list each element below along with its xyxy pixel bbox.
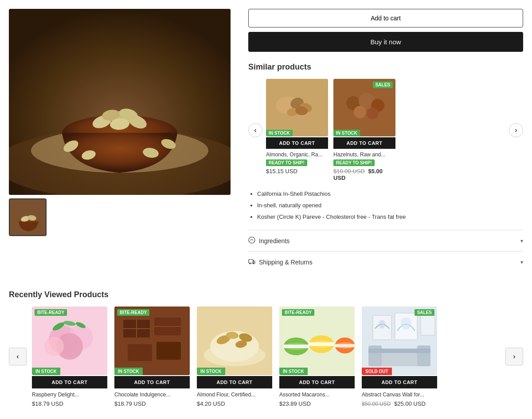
svg-rect-60 [284,345,309,348]
rv-item-2-name: Almond Flour, Certified... [197,391,272,399]
rv-item-0: BITE-READY IN STOCK ADD TO CART Raspberr… [32,306,107,407]
thumbnail-image-1[interactable] [9,198,47,236]
rv-item-3-add-cart-button[interactable]: ADD TO CART [279,376,355,388]
similar-item-0-stock-badge: IN STOCK [266,130,293,136]
rv-item-2-price: $4.20 USD [197,400,272,407]
svg-rect-74 [421,315,435,335]
ingredients-icon [248,237,255,245]
similar-item-0-image: IN STOCK [266,79,328,136]
rv-prev-button[interactable]: ‹ [9,348,27,365]
svg-point-38 [44,337,64,356]
svg-point-29 [367,108,378,119]
similar-products-carousel: ‹ [248,79,523,181]
bullet-0: California In-Shell Pistachios [257,188,523,200]
thumbnail-strip [9,198,231,236]
rv-item-3-bite-badge: BITE-READY [282,309,314,316]
bullet-2: Kosher (Circle K) Pareve - Cholesterol f… [257,211,523,223]
buy-it-now-button[interactable]: Buy it now [248,32,523,52]
product-section: Add to cart Buy it now Similar products … [9,9,523,272]
rv-item-3-stock-badge: IN STOCK [279,368,308,375]
chevron-right-icon: › [515,126,517,134]
svg-rect-71 [368,349,430,353]
canvas-image [362,306,437,375]
rv-next-button[interactable]: › [505,348,523,365]
svg-rect-45 [128,344,152,361]
rv-item-0-add-cart-button[interactable]: ADD TO CART [32,376,107,388]
ingredients-accordion-header[interactable]: Ingredients ▾ [248,230,523,251]
rv-item-4-price: $50.00 USD $25.00 USD [362,400,437,407]
ingredients-accordion-left: Ingredients [248,237,289,245]
similar-item-1-price: $10.00 USD $5.00 USD [333,168,395,181]
shipping-chevron-icon: ▾ [520,259,523,265]
rv-item-4-price-sale: $25.00 USD [394,400,426,407]
shipping-accordion: Shipping & Returns ▾ [248,251,523,272]
ingredients-accordion: Ingredients ▾ [248,230,523,251]
svg-rect-42 [114,306,190,375]
svg-point-30 [249,237,255,243]
similar-item-1-price-original: $10.00 USD [333,168,365,175]
rv-item-1-add-cart-button[interactable]: ADD TO CART [114,376,190,388]
rv-item-4: SALES SOLD OUT ADD TO CART Abstract Canv… [362,306,437,407]
pistachio-image-placeholder [9,9,231,195]
svg-point-33 [253,263,254,264]
shipping-icon [248,258,255,266]
ingredients-label: Ingredients [259,237,289,244]
product-right-panel: Add to cart Buy it now Similar products … [248,9,523,272]
rv-item-0-image: BITE-READY IN STOCK [32,306,107,375]
rv-item-3-price: $23.89 USD [279,400,355,407]
rv-item-3: BITE-READY IN STOCK ADD TO CART Assorted… [279,306,355,407]
svg-rect-66 [335,344,355,347]
rv-item-4-add-cart-button[interactable]: ADD TO CART [362,376,437,388]
almond-flour-image [197,306,272,375]
similar-items-list: IN STOCK ADD TO CART Almonds, Organic, R… [262,79,509,181]
recently-viewed-carousel: ‹ [9,306,523,407]
bullet-1: In-shell, naturally opened [257,200,523,211]
rv-item-0-bite-badge: BITE-READY [35,309,67,316]
similar-next-button[interactable]: › [509,123,523,137]
shipping-accordion-header[interactable]: Shipping & Returns ▾ [248,252,523,272]
svg-point-75 [379,320,386,329]
recently-viewed-title: Recently Viewed Products [9,290,523,299]
svg-point-32 [250,263,251,264]
similar-products-title: Similar products [248,62,523,72]
main-product-image [9,9,231,195]
similar-item-0-name: Almonds, Organic, Ra... [266,151,328,158]
svg-point-76 [401,317,411,330]
chevron-left-icon: ‹ [254,126,256,134]
rv-item-2: IN STOCK ADD TO CART Almond Flour, Certi… [197,306,272,407]
similar-products-section: Similar products ‹ [248,62,523,181]
rv-item-1-price: $18.79 USD [114,400,190,407]
raspberry-image [32,306,107,375]
rv-item-2-stock-badge: IN STOCK [197,368,225,375]
rv-item-1-image: BITE-READY IN STOCK [114,306,190,375]
similar-prev-button[interactable]: ‹ [248,123,262,137]
rv-chevron-left-icon: ‹ [16,353,19,361]
similar-item-1: IN STOCK SALES ADD TO CART Hazelnuts, Ra… [333,79,395,181]
svg-point-28 [354,106,366,118]
similar-item-1-add-cart-button[interactable]: ADD TO CART [333,137,395,149]
rv-item-2-add-cart-button[interactable]: ADD TO CART [197,376,272,388]
shipping-label: Shipping & Returns [259,259,313,266]
rv-item-2-image: IN STOCK [197,306,272,375]
rv-item-0-price: $18.79 USD [32,400,107,407]
similar-item-0-ready-badge: READY TO SHIP! [266,159,307,166]
rv-item-1-bite-badge: BITE-READY [117,309,149,316]
rv-item-4-stock-badge: SOLD OUT [362,368,392,375]
similar-item-1-image: IN STOCK SALES [333,79,395,136]
rv-item-3-name: Assorted Macarons... [279,391,355,399]
recently-viewed-section: Recently Viewed Products ‹ [9,290,523,407]
thumbnail-inner-1 [10,199,46,235]
ingredients-chevron-icon: ▾ [520,238,523,244]
product-images [9,9,231,272]
similar-item-1-sales-badge: SALES [373,81,393,88]
similar-item-0-price: $15.15 USD [266,168,328,175]
rv-item-4-price-original: $50.00 USD [362,401,391,407]
similar-item-1-ready-badge: READY TO SHIP! [333,159,375,166]
rv-item-4-image: SALES SOLD OUT [362,306,437,375]
rv-item-0-stock-badge: IN STOCK [32,368,60,375]
product-bullets: California In-Shell Pistachios In-shell,… [248,188,523,223]
svg-rect-31 [249,260,253,263]
add-to-cart-button[interactable]: Add to cart [248,9,523,27]
similar-item-0-add-cart-button[interactable]: ADD TO CART [266,137,328,149]
rv-item-4-sales-badge: SALES [415,309,434,316]
